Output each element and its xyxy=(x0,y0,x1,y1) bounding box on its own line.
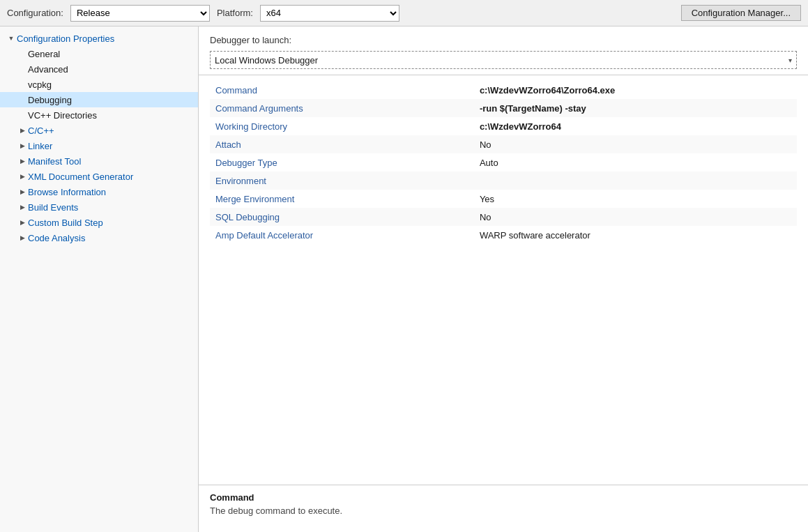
property-value: c:\WzdevWZorro64 xyxy=(474,117,797,135)
expand-icon: ▶ xyxy=(17,155,28,167)
expand-icon: ▶ xyxy=(17,232,28,243)
bottom-description: Command The debug command to execute. xyxy=(199,485,808,532)
table-row[interactable]: Working Directoryc:\WzdevWZorro64 xyxy=(210,117,797,135)
sidebar-item-code-analysis[interactable]: ▶Code Analysis xyxy=(0,230,198,245)
properties-table: Commandc:\WzdevWZorro64\Zorro64.exeComma… xyxy=(210,81,797,244)
properties-area: Commandc:\WzdevWZorro64\Zorro64.exeComma… xyxy=(199,75,808,485)
table-row[interactable]: AttachNo xyxy=(210,135,797,153)
config-manager-button[interactable]: Configuration Manager... xyxy=(681,5,801,21)
description-title: Command xyxy=(210,492,797,503)
sidebar-item-vc-dirs[interactable]: VC++ Directories xyxy=(0,107,198,123)
property-value: Auto xyxy=(474,153,797,172)
right-panel: Debugger to launch: Local Windows Debugg… xyxy=(199,26,808,532)
expand-icon: ▶ xyxy=(17,186,28,197)
property-value xyxy=(474,172,797,190)
sidebar-item-xml-doc[interactable]: ▶XML Document Generator xyxy=(0,169,198,184)
description-text: The debug command to execute. xyxy=(210,506,797,516)
expand-icon: ▶ xyxy=(17,171,28,182)
sidebar-item-label: Advanced xyxy=(28,64,68,75)
table-row[interactable]: Environment xyxy=(210,172,797,190)
sidebar-item-label: Configuration Properties xyxy=(17,33,114,44)
spacer-icon xyxy=(17,79,28,90)
configuration-select[interactable]: Release Active(Debug) Debug All Configur… xyxy=(70,5,210,22)
property-name: Attach xyxy=(210,135,474,153)
property-name: Working Directory xyxy=(210,117,474,135)
sidebar: ▼Configuration PropertiesGeneralAdvanced… xyxy=(0,26,199,532)
property-name: Environment xyxy=(210,172,474,190)
table-row[interactable]: Commandc:\WzdevWZorro64\Zorro64.exe xyxy=(210,81,797,99)
sidebar-item-config-props[interactable]: ▼Configuration Properties xyxy=(0,31,198,46)
sidebar-item-label: General xyxy=(28,49,60,59)
chevron-down-icon: ▾ xyxy=(788,56,792,64)
table-row[interactable]: Merge EnvironmentYes xyxy=(210,190,797,208)
sidebar-item-advanced[interactable]: Advanced xyxy=(0,61,198,77)
property-name: Amp Default Accelerator xyxy=(210,226,474,244)
expand-icon: ▶ xyxy=(17,140,28,151)
collapse-icon: ▼ xyxy=(6,33,17,44)
spacer-icon xyxy=(17,109,28,121)
property-name: Command xyxy=(210,81,474,99)
expand-icon: ▶ xyxy=(17,202,28,213)
sidebar-item-debugging[interactable]: Debugging xyxy=(0,92,198,107)
sidebar-item-label: Manifest Tool xyxy=(28,156,81,167)
sidebar-item-label: C/C++ xyxy=(28,126,54,136)
debugger-launch-label: Debugger to launch: xyxy=(210,35,797,45)
sidebar-item-label: XML Document Generator xyxy=(28,172,133,182)
sidebar-item-label: Build Events xyxy=(28,202,78,213)
property-value: Yes xyxy=(474,190,797,208)
table-row[interactable]: SQL DebuggingNo xyxy=(210,208,797,226)
sidebar-item-label: vcpkg xyxy=(28,79,52,90)
sidebar-item-vcpkg[interactable]: vcpkg xyxy=(0,77,198,92)
top-bar: Configuration: Release Active(Debug) Deb… xyxy=(0,0,808,26)
expand-icon: ▶ xyxy=(17,217,28,228)
sidebar-item-linker[interactable]: ▶Linker xyxy=(0,138,198,153)
sidebar-item-label: Code Analysis xyxy=(28,233,85,243)
spacer-icon xyxy=(17,48,28,59)
sidebar-item-label: Browse Information xyxy=(28,187,106,197)
sidebar-item-custom-build[interactable]: ▶Custom Build Step xyxy=(0,215,198,230)
property-value: -run $(TargetName) -stay xyxy=(474,99,797,117)
expand-icon: ▶ xyxy=(17,125,28,136)
property-name: Command Arguments xyxy=(210,99,474,117)
right-top: Debugger to launch: Local Windows Debugg… xyxy=(199,26,808,75)
sidebar-item-browse-info[interactable]: ▶Browse Information xyxy=(0,184,198,199)
config-label: Configuration: xyxy=(7,8,63,18)
debugger-dropdown-value: Local Windows Debugger xyxy=(215,55,318,66)
sidebar-item-general[interactable]: General xyxy=(0,46,198,61)
property-name: SQL Debugging xyxy=(210,208,474,226)
main-content: ▼Configuration PropertiesGeneralAdvanced… xyxy=(0,26,808,532)
platform-select[interactable]: x64 x86 Win32 xyxy=(260,5,399,22)
debugger-dropdown[interactable]: Local Windows Debugger ▾ xyxy=(210,51,797,69)
table-row[interactable]: Command Arguments-run $(TargetName) -sta… xyxy=(210,99,797,117)
property-name: Merge Environment xyxy=(210,190,474,208)
property-value: No xyxy=(474,135,797,153)
table-row[interactable]: Amp Default AcceleratorWARP software acc… xyxy=(210,226,797,244)
spacer-icon xyxy=(17,94,28,105)
property-value: No xyxy=(474,208,797,226)
spacer-icon xyxy=(17,63,28,75)
sidebar-item-label: Debugging xyxy=(28,95,72,105)
property-value: c:\WzdevWZorro64\Zorro64.exe xyxy=(474,81,797,99)
sidebar-item-label: Custom Build Step xyxy=(28,218,103,228)
table-row[interactable]: Debugger TypeAuto xyxy=(210,153,797,172)
property-name: Debugger Type xyxy=(210,153,474,172)
sidebar-item-cpp[interactable]: ▶C/C++ xyxy=(0,123,198,138)
platform-label: Platform: xyxy=(217,8,253,18)
sidebar-item-label: VC++ Directories xyxy=(28,110,97,121)
sidebar-item-manifest-tool[interactable]: ▶Manifest Tool xyxy=(0,153,198,169)
sidebar-item-label: Linker xyxy=(28,141,52,151)
property-value: WARP software accelerator xyxy=(474,226,797,244)
sidebar-item-build-events[interactable]: ▶Build Events xyxy=(0,199,198,215)
